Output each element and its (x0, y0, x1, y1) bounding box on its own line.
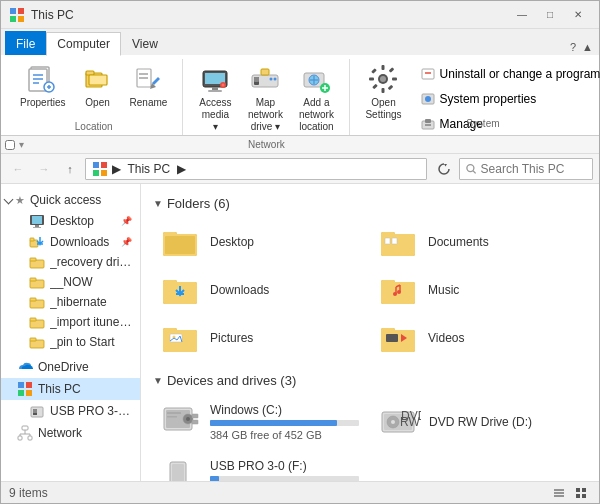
folder-item-downloads[interactable]: Downloads (153, 267, 369, 313)
quick-access-chevron (4, 194, 14, 204)
sidebar-item-hibernate[interactable]: _hibernate (1, 292, 140, 312)
back-button[interactable]: ← (7, 158, 29, 180)
sidebar-item-recovery[interactable]: _recovery drive (1, 252, 140, 272)
sidebar-item-downloads[interactable]: Downloads 📌 (1, 232, 140, 252)
manage-button[interactable]: Manage (413, 113, 600, 135)
svg-rect-133 (192, 414, 198, 418)
list-view-button[interactable] (549, 483, 569, 503)
system-properties-icon (420, 91, 436, 107)
svg-rect-64 (33, 227, 41, 228)
tab-computer[interactable]: Computer (46, 32, 121, 56)
add-network-location-button[interactable]: Add a networklocation (291, 59, 341, 137)
path-text: ▶ This PC ▶ (112, 162, 186, 176)
tab-file[interactable]: File (5, 31, 46, 55)
item-checkbox[interactable] (5, 140, 15, 150)
svg-rect-132 (167, 416, 177, 418)
sidebar: ★ Quick access Desktop 📌 (1, 184, 141, 481)
quick-access-header[interactable]: ★ Quick access (1, 188, 140, 210)
address-path[interactable]: ▶ This PC ▶ (85, 158, 427, 180)
drive-item-windows-c[interactable]: Windows (C:) 384 GB free of 452 GB (153, 396, 368, 448)
dvd-icon-d: DVD RW (381, 404, 421, 440)
sidebar-hibernate-label: _hibernate (50, 295, 132, 309)
hibernate-icon (29, 295, 45, 309)
drive-info-d: DVD RW Drive (D:) (429, 415, 578, 429)
svg-rect-80 (18, 390, 24, 396)
folder-desktop-name: Desktop (210, 235, 254, 249)
forward-button[interactable]: → (33, 158, 55, 180)
system-properties-label: System properties (440, 92, 537, 106)
sidebar-item-now[interactable]: __NOW (1, 272, 140, 292)
svg-point-113 (393, 292, 397, 296)
tab-view[interactable]: View (121, 31, 169, 55)
svg-line-60 (473, 170, 476, 173)
svg-rect-62 (32, 216, 42, 224)
restore-button[interactable]: □ (537, 4, 563, 26)
address-bar: ← → ↑ ▶ This PC ▶ (1, 154, 599, 184)
search-icon (466, 163, 477, 175)
drive-item-dvd-d[interactable]: DVD RW DVD RW Drive (D:) (372, 396, 587, 448)
svg-rect-42 (392, 78, 397, 81)
open-settings-button[interactable]: OpenSettings (358, 59, 408, 125)
folder-documents-icon (380, 226, 420, 258)
svg-rect-52 (425, 119, 431, 123)
refresh-button[interactable] (433, 158, 455, 180)
ribbon-collapse-icon[interactable]: ▲ (582, 41, 593, 53)
folder-item-music[interactable]: Music (371, 267, 587, 313)
import-itunes-icon (29, 315, 45, 329)
folders-section-header: ▼ Folders (6) (153, 196, 587, 211)
grid-view-button[interactable] (571, 483, 591, 503)
folder-item-pictures[interactable]: Pictures (153, 315, 369, 361)
folder-documents-name: Documents (428, 235, 489, 249)
search-input[interactable] (481, 162, 586, 176)
map-network-drive-button[interactable]: Map networkdrive ▾ (241, 59, 289, 137)
titlebar: This PC — □ ✕ (1, 1, 599, 29)
svg-rect-57 (101, 170, 107, 176)
open-button[interactable]: Open (75, 59, 121, 113)
minimize-button[interactable]: — (509, 4, 535, 26)
sidebar-item-pin-to-start[interactable]: _pin to Start (1, 332, 140, 352)
rename-button[interactable]: Rename (123, 59, 175, 113)
svg-rect-148 (576, 488, 580, 492)
sidebar-item-desktop[interactable]: Desktop 📌 (1, 210, 140, 232)
svg-rect-20 (212, 87, 218, 90)
drives-toggle[interactable]: ▼ (153, 375, 163, 386)
svg-rect-112 (381, 280, 395, 285)
svg-point-23 (222, 84, 225, 87)
drive-bar-bg-c (210, 420, 359, 426)
svg-rect-47 (422, 69, 434, 79)
drive-info-f: USB PRO 3-0 (F:) 54.3 GB free of 57.6 GB (210, 459, 359, 481)
sidebar-now-label: __NOW (50, 275, 132, 289)
drive-item-usb-f[interactable]: USB PRO 3-0 (F:) 54.3 GB free of 57.6 GB (153, 452, 368, 481)
sidebar-item-usbpro[interactable]: USB PRO 3-0 (F:) (1, 400, 140, 422)
main-area: ★ Quick access Desktop 📌 (1, 184, 599, 481)
folder-item-documents[interactable]: Documents (371, 219, 587, 265)
folder-item-desktop[interactable]: Desktop (153, 219, 369, 265)
close-button[interactable]: ✕ (565, 4, 591, 26)
sidebar-item-network[interactable]: Network (1, 422, 140, 444)
svg-rect-78 (18, 382, 24, 388)
svg-rect-71 (30, 278, 36, 281)
access-media-button[interactable]: Accessmedia ▾ (191, 59, 239, 137)
folder-music-icon (380, 274, 420, 306)
uninstall-program-button[interactable]: Uninstall or change a program (413, 63, 600, 85)
window-icon (9, 7, 25, 23)
svg-rect-131 (167, 412, 181, 414)
folder-item-videos[interactable]: Videos (371, 315, 587, 361)
location-group-label: Location (75, 119, 113, 135)
sidebar-item-onedrive[interactable]: OneDrive (1, 356, 140, 378)
svg-rect-86 (18, 436, 22, 440)
svg-rect-46 (389, 67, 395, 73)
sidebar-pin-to-start-label: _pin to Start (50, 335, 132, 349)
sidebar-item-import-itunes[interactable]: _import itunes groo (1, 312, 140, 332)
window-title: This PC (31, 8, 509, 22)
svg-rect-54 (93, 162, 99, 168)
svg-rect-1 (18, 8, 24, 14)
properties-button[interactable]: Properties (13, 59, 73, 113)
sidebar-import-itunes-label: _import itunes groo (50, 315, 132, 329)
up-button[interactable]: ↑ (59, 158, 81, 180)
ribbon-help-icon[interactable]: ? (570, 41, 576, 53)
sidebar-item-thispc[interactable]: This PC (1, 378, 140, 400)
open-settings-label: OpenSettings (365, 97, 401, 121)
system-properties-button[interactable]: System properties (413, 88, 600, 110)
folders-toggle[interactable]: ▼ (153, 198, 163, 209)
